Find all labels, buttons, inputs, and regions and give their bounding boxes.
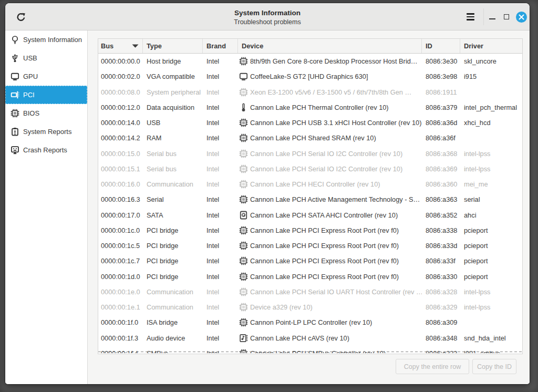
column-header-type[interactable]: Type: [143, 39, 203, 53]
cell-brand: Intel: [203, 54, 238, 69]
cell-id: 8086:a36d: [422, 115, 460, 130]
cell-brand: Intel: [203, 69, 238, 84]
cell-driver: [460, 85, 522, 100]
maximize-button[interactable]: [500, 8, 513, 26]
table-row[interactable]: 0000:00:14.2 RAM Intel Cannon Lake PCH S…: [98, 130, 522, 146]
table-row[interactable]: 0000:00:16.0 Communication Intel Cannon …: [98, 177, 522, 192]
cell-bus: 0000:00:14.2: [98, 130, 143, 146]
cell-driver: xhci_hcd: [460, 115, 522, 130]
column-header-bus[interactable]: Bus: [98, 39, 143, 53]
copy-id-button[interactable]: Copy the ID: [472, 359, 516, 374]
table-row[interactable]: 0000:00:1c.0 PCI bridge Intel Cannon Lak…: [98, 223, 522, 238]
cell-type: Communication: [143, 177, 203, 192]
audio-card-icon: [239, 334, 248, 343]
chip-icon: [239, 57, 248, 66]
sidebar-item-system-reports[interactable]: System Reports: [5, 122, 87, 141]
cell-type: Serial bus: [143, 161, 203, 177]
table-row[interactable]: 0000:00:15.1 Serial bus Intel Cannon Lak…: [98, 161, 522, 177]
titlebar[interactable]: System Information Troubleshoot problems: [5, 3, 530, 30]
cell-driver: skl_uncore: [460, 54, 522, 69]
cell-device: Xeon E3-1200 v5/v6 / E3-1500 v5 / 6th/7t…: [238, 85, 422, 100]
cell-id: 8086:a369: [422, 161, 460, 177]
scroll-undershoot-indicator: [98, 352, 522, 352]
chip-icon: [239, 88, 248, 97]
chip-icon: [239, 272, 248, 281]
cell-id: 8086:1911: [422, 85, 460, 100]
titlebar-separator: [483, 8, 484, 25]
cell-id: 8086:a360: [422, 177, 460, 192]
menu-button[interactable]: [461, 8, 479, 26]
cell-brand: Intel: [203, 100, 238, 115]
sidebar-item-crash-reports[interactable]: Crash Reports: [5, 141, 87, 159]
sidebar-item-bios[interactable]: BIOS: [5, 104, 87, 122]
monitor-icon: [239, 72, 248, 81]
table-row[interactable]: 0000:00:00.0 Host bridge Intel 8th/9th G…: [98, 54, 522, 69]
chip-icon: [11, 109, 19, 118]
cell-device: Cannon Lake PCH Active Management Techno…: [238, 192, 422, 207]
cell-bus: 0000:00:12.0: [98, 100, 143, 115]
usb-icon: [11, 54, 19, 63]
cell-brand: Intel: [203, 300, 238, 315]
cell-device: Cannon Lake PCH cAVS (rev 10): [238, 331, 422, 346]
cell-device: CoffeeLake-S GT2 [UHD Graphics 630]: [238, 69, 422, 84]
cell-type: SATA: [143, 208, 203, 223]
sidebar-item-gpu[interactable]: GPU: [5, 67, 87, 86]
table-row[interactable]: 0000:00:17.0 SATA Intel Cannon Lake PCH …: [98, 208, 522, 223]
cell-driver: snd_hda_intel: [460, 331, 522, 346]
copy-row-button[interactable]: Copy the entire row: [396, 359, 469, 374]
table-row[interactable]: 0000:00:1d.0 PCI bridge Intel Cannon Lak…: [98, 269, 522, 284]
table-row[interactable]: 0000:00:12.0 Data acquisition Intel Cann…: [98, 100, 522, 115]
cell-bus: 0000:00:1c.5: [98, 238, 143, 253]
sidebar-item-pci[interactable]: PCI: [5, 86, 87, 104]
cell-brand: Intel: [203, 146, 238, 161]
cell-bus: 0000:00:16.3: [98, 192, 143, 207]
close-button[interactable]: [516, 12, 527, 23]
minimize-button[interactable]: [485, 8, 499, 26]
table-row[interactable]: 0000:00:1c.5 PCI bridge Intel Cannon Lak…: [98, 238, 522, 253]
cell-id: 8086:3e30: [422, 54, 460, 69]
footer-buttons: Copy the entire row Copy the ID: [396, 359, 516, 374]
table-row[interactable]: 0000:00:1f.0 ISA bridge Intel Cannon Poi…: [98, 315, 522, 330]
cell-driver: intel-lpss: [460, 284, 522, 300]
cell-brand: Intel: [203, 161, 238, 177]
column-header-id[interactable]: ID: [422, 39, 460, 53]
sidebar-item-system-information[interactable]: System Information: [5, 30, 87, 49]
table-row[interactable]: 0000:00:1c.7 PCI bridge Intel Cannon Lak…: [98, 253, 522, 269]
table-row[interactable]: 0000:00:16.3 Serial Intel Cannon Lake PC…: [98, 192, 522, 207]
cell-brand: Intel: [203, 115, 238, 130]
main-panel: Bus Type Brand Device ID Driver 0000:00:…: [88, 30, 530, 384]
table-row[interactable]: 0000:00:08.0 System peripheral Intel Xeo…: [98, 85, 522, 100]
sidebar-item-label: GPU: [23, 73, 38, 80]
cell-type: RAM: [143, 130, 203, 146]
column-header-label: Brand: [206, 42, 226, 50]
lightbulb-icon: [11, 35, 19, 44]
cell-id: 8086:a363: [422, 192, 460, 207]
table-row[interactable]: 0000:00:1e.0 Communication Intel Cannon …: [98, 284, 522, 300]
column-header-brand[interactable]: Brand: [203, 39, 238, 53]
crash-screen-icon: [11, 146, 19, 154]
table-row[interactable]: 0000:00:02.0 VGA compatible Intel Coffee…: [98, 69, 522, 84]
window-title: System Information: [84, 9, 451, 17]
refresh-button[interactable]: [12, 8, 30, 26]
cell-brand: Intel: [203, 269, 238, 284]
table-row[interactable]: 0000:00:14.0 USB Intel Cannon Lake PCH U…: [98, 115, 522, 130]
cell-driver: pcieport: [460, 269, 522, 284]
table-row[interactable]: 0000:00:1f.3 Audio device Intel Cannon L…: [98, 331, 522, 346]
menu-icon: [467, 13, 474, 15]
column-header-label: Bus: [101, 42, 113, 50]
chip-icon: [239, 164, 248, 173]
window-controls: [461, 3, 530, 30]
sidebar-item-label: System Information: [23, 36, 82, 44]
cell-device: Cannon Point-LP LPC Controller (rev 10): [238, 315, 422, 330]
cell-bus: 0000:00:1f.0: [98, 315, 143, 330]
cell-device: Device a329 (rev 10): [238, 300, 422, 315]
table-row[interactable]: 0000:00:1e.1 Communication Intel Device …: [98, 300, 522, 315]
cell-brand: Intel: [203, 223, 238, 238]
sidebar-item-usb[interactable]: USB: [5, 49, 87, 67]
column-header-device[interactable]: Device: [238, 39, 422, 53]
column-header-driver[interactable]: Driver: [460, 39, 522, 53]
cell-id: 8086:a379: [422, 100, 460, 115]
cell-driver: intel-lpss: [460, 300, 522, 315]
table-row[interactable]: 0000:00:15.0 Serial bus Intel Cannon Lak…: [98, 146, 522, 161]
titlebar-titles: System Information Troubleshoot problems: [84, 9, 451, 26]
